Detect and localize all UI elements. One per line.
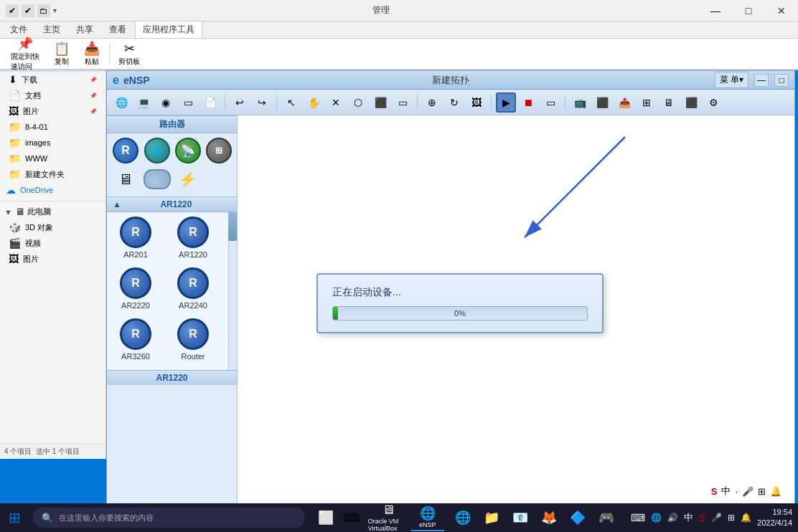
ensp-canvas[interactable]: 正在启动设备... 0% S 中 · 🎤 ⊞ 🔔 [238,115,794,505]
sidebar-item-downloads[interactable]: ⬇ 下载 📌 [0,72,105,87]
tb-frame-btn[interactable]: ▭ [393,92,413,113]
tb-open-btn[interactable]: 🌐 [111,92,131,113]
ime-chinese[interactable]: 中 [721,485,731,498]
quick-access-icon: ✔ [6,4,19,17]
tb-monitor-btn[interactable]: 📺 [570,92,590,113]
scrollbar-track [228,212,237,370]
ribbon-pin-btn[interactable]: 📌 固定到快速访问 [6,34,44,74]
device-type-monitor[interactable]: 🖥 [111,166,140,192]
tb-rect2-btn[interactable]: ⬛ [370,92,390,113]
sidebar-item-pictures-pc[interactable]: 🖼 图片 [0,251,105,267]
sidebar-item-onedrive[interactable]: ☁ OneDrive [0,182,105,198]
quick-access-folder[interactable]: 🗀 [37,4,50,17]
maximize-button[interactable]: □ [732,0,765,22]
router-icon: R [113,138,139,163]
device-type-wifi[interactable]: 📡 [174,138,202,163]
taskbar-edge-btn[interactable]: 🌐 [450,505,476,531]
device-item-router[interactable]: R Router [164,314,222,365]
sidebar-item-video[interactable]: 🎬 视频 [0,235,105,251]
progress-dialog: 正在启动设备... 0% [316,273,604,333]
tb-topology-btn[interactable]: ◉ [156,92,176,113]
tab-view-main[interactable]: 查看 [102,22,133,38]
start-button[interactable]: ⊞ [0,503,29,532]
sidebar-item-images[interactable]: 📁 images [0,135,105,151]
ribbon-paste-btn[interactable]: 📥 粘贴 [79,39,105,68]
device-list-scroll[interactable]: R AR201 R AR1220 R AR2220 [107,212,237,370]
device-type-multi[interactable]: ⊞ [205,138,233,163]
tb-rect-btn[interactable]: ▭ [178,92,198,113]
tb-stop-btn[interactable]: ⏹ [518,92,538,113]
tb-save-btn[interactable]: 📄 [200,92,220,113]
tb-play-btn[interactable]: ▶ [496,92,516,113]
sidebar-item-www[interactable]: 📁 WWW [0,151,105,166]
device-type-cloud[interactable] [143,166,171,192]
device-item-ar201[interactable]: R AR201 [107,212,164,263]
running-app-virtualbox[interactable]: 🖥 Oracle VM VirtualBox [368,504,408,531]
tb-export-btn[interactable]: 📤 [614,92,634,113]
tb-zoom-in-btn[interactable]: ⊕ [422,92,442,113]
pin-icon: 📌 [17,36,33,52]
tray-ime[interactable]: 中 [684,511,693,524]
progress-bar-text: 0% [454,309,466,318]
tb-pause-btn[interactable]: ▭ [540,92,560,113]
tb-hand-btn[interactable]: ✋ [304,92,324,113]
ensp-minimize-btn[interactable]: — [754,74,769,87]
ar3260-label: AR3260 [121,352,150,361]
device-type-router[interactable]: R [111,138,140,163]
device-type-bolt[interactable]: ⚡ [174,166,202,192]
tb-capture-btn[interactable]: ⬛ [592,92,612,113]
tb-redo-btn[interactable]: ↪ [252,92,272,113]
device-item-ar2240[interactable]: R AR2240 [164,263,222,314]
tb-settings-btn[interactable]: ⚙ [703,92,723,113]
tb-cisco-btn[interactable]: ⬛ [681,92,701,113]
tb-delete-btn[interactable]: ✕ [326,92,346,113]
sidebar-item-documents[interactable]: 📄 文档 📌 [0,87,105,103]
taskbar-mail-btn[interactable]: 📧 [507,505,533,531]
quick-access-dropdown[interactable]: ▾ [53,6,57,14]
taskbar-search[interactable]: 🔍 在这里输入你要搜索的内容 [33,508,305,528]
firefox-icon: 🦊 [541,510,557,526]
cloud-device-icon [144,169,171,189]
close-button[interactable]: ✕ [765,0,798,22]
tb-link-btn[interactable]: ⬡ [348,92,368,113]
tab-share-main[interactable]: 共享 [69,22,100,38]
ime-grid[interactable]: ⊞ [758,486,766,497]
tb-refresh-btn[interactable]: ↻ [444,92,464,113]
taskbar-store-btn[interactable]: 🎮 [593,505,619,531]
tab-tools-main[interactable]: 应用程序工具 [135,21,202,38]
running-app-ensp[interactable]: 🌐 eNSP [411,504,444,531]
device-item-ar2220[interactable]: R AR2220 [107,263,164,314]
keyboard-btn[interactable]: ⌨ [339,505,364,530]
device-item-ar3260[interactable]: R AR3260 [107,314,164,365]
tb-select-btn[interactable]: ↖ [281,92,301,113]
taskbar-firefox-btn[interactable]: 🦊 [536,505,562,531]
minimize-button[interactable]: — [699,0,732,22]
taskbar-teams-btn[interactable]: 🔷 [565,505,591,531]
tb-canvas-btn[interactable]: 🖼 [466,92,487,113]
panel-bottom-label: AR1220 [107,370,237,385]
virtualbox-icon: 🖥 [382,503,395,518]
ensp-menu-btn[interactable]: 菜 单▾ [715,72,748,88]
pc-icon: 🖥 [15,206,24,217]
ribbon-cut-btn[interactable]: ✂ 剪切板 [114,39,144,68]
tray-mic: 🎤 [711,513,722,523]
ribbon-copy-btn[interactable]: 📋 复制 [49,39,75,68]
scrollbar-thumb[interactable] [228,212,237,241]
sidebar-item-new-folder[interactable]: 📁 新建文件夹 [0,166,105,182]
ime-mic[interactable]: 🎤 [742,486,754,497]
tb-undo-btn[interactable]: ↩ [230,92,250,113]
sidebar-item-3d-objects[interactable]: 🎲 3D 对象 [0,219,105,235]
ar201-icon: R [120,217,151,248]
tb-table-btn[interactable]: ⊞ [637,92,657,113]
taskview-btn[interactable]: ⬜ [314,505,338,530]
sidebar-item-8-4-01[interactable]: 📁 8-4-01 [0,119,105,135]
device-type-network[interactable]: 🌐 [143,138,171,163]
sidebar-item-pictures[interactable]: 🖼 图片 📌 [0,103,105,119]
ensp-maximize-btn[interactable]: □ [774,74,789,87]
device-item-ar1220[interactable]: R AR1220 [164,212,222,263]
tb-screen-btn[interactable]: 🖥 [659,92,679,113]
device-list-scroll-up[interactable]: ▲ [113,199,121,209]
ensp-logo-area: e eNSP [113,74,149,87]
tb-new-btn[interactable]: 💻 [133,92,154,113]
taskbar-folder-btn[interactable]: 📁 [479,505,504,531]
